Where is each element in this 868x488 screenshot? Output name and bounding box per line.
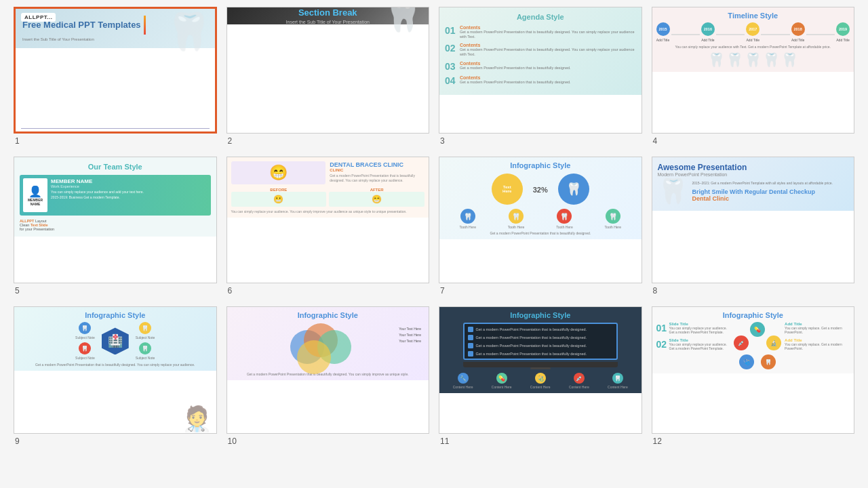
dot-3: 🦷 Subject Note <box>136 322 155 340</box>
venn-desc: Get a modern PowerPoint Presentation tha… <box>231 372 425 376</box>
venn-labels: Your Text Here Your Text Here Your Text … <box>399 327 421 343</box>
slide-number-1: 1 <box>14 136 20 146</box>
timeline-line <box>671 34 700 35</box>
slide-item-12: Infographic Style 01 Slide Title You can… <box>652 306 855 445</box>
dot-4: 🦷 Subject Note <box>136 342 155 360</box>
check-icon-3 <box>468 343 473 348</box>
step-01: 01 Slide Title You can simply replace yo… <box>656 322 731 334</box>
monitor-stand-top <box>463 362 618 367</box>
bottom-icon-3: 🩺 Content Here <box>530 373 551 389</box>
slide-number-10: 10 <box>226 436 237 446</box>
icon-item-2: 🦷 Tooth Here <box>508 209 524 229</box>
monitor-display: Get a modern PowerPoint Presentation tha… <box>463 323 618 360</box>
agenda-item-1: 01 ContentsGet a modern PowerPoint Prese… <box>445 25 636 39</box>
team-title: Our Team Style <box>20 163 211 171</box>
year-2016: 2016 Add Title <box>701 22 715 42</box>
slide-thumbnail-11[interactable]: Infographic Style Get a modern PowerPoin… <box>439 306 642 433</box>
infographic-title-7: Infographic Style <box>443 161 637 169</box>
year-2017: 2017 Add Title <box>746 22 760 42</box>
tooth-icon: 🦷 <box>384 7 422 34</box>
dot-1: 🦷 Subject Note <box>75 322 95 340</box>
slide-item-5: Our Team Style 👤 MEMBER NAME MEMBER NAME… <box>14 157 217 296</box>
cycle-content: 01 Slide Title You can simply replace yo… <box>656 322 850 369</box>
infographic-title-12: Infographic Style <box>656 311 850 319</box>
member-avatar: 👤 MEMBER NAME <box>23 178 47 212</box>
slide-number-4: 4 <box>652 136 658 146</box>
agenda-item-4: 04 ContentsGet a modern PowerPoint Prese… <box>445 75 636 86</box>
timeline-line-3 <box>761 34 789 35</box>
slide-thumbnail-3[interactable]: Agenda Style 01 ContentsGet a modern Pow… <box>439 7 642 134</box>
dental-clinic-label: Dental Clinic <box>692 195 849 202</box>
before-section: BEFORE 😬 <box>231 188 327 207</box>
infographic-center: TextHere 32% 🦷 <box>443 174 637 205</box>
check-text-3: Get a modern PowerPoint Presentation tha… <box>476 344 587 348</box>
pentagon-left: 💉 <box>734 336 749 350</box>
slide-thumbnail-1[interactable]: ALLPPT... 🦷 Free Medical PPT Templates I… <box>14 7 217 134</box>
slide-thumbnail-10[interactable]: Infographic Style Your Text Here Your Te… <box>226 306 430 433</box>
color-bar <box>144 16 146 35</box>
member-name: MEMBER NAME <box>51 178 208 184</box>
slide-item-2: 🦷 Section Break Insert the Sub Title of … <box>226 7 430 146</box>
awesome-title: Awesome Presentation <box>658 163 849 172</box>
braces-bottom: You can simply replace your audience. Yo… <box>231 209 425 214</box>
doctor-figure: 🧑‍⚕️ <box>182 405 212 433</box>
check-text-2: Get a modern PowerPoint Presentation tha… <box>476 336 587 340</box>
slide-number-3: 3 <box>439 136 445 146</box>
icon-item-3: 🦷 Tooth Here <box>556 209 572 229</box>
slide-thumbnail-9[interactable]: Infographic Style 🦷 Subject Note 🦷 Subje… <box>14 306 217 433</box>
year-2019: 2019 Add Title <box>836 22 850 42</box>
bottom-line <box>21 128 210 129</box>
venn-diagram <box>287 323 368 371</box>
cycle-steps-left: 01 Slide Title You can simply replace yo… <box>656 322 731 369</box>
slide-item-10: Infographic Style Your Text Here Your Te… <box>226 306 430 445</box>
slide-thumbnail-5[interactable]: Our Team Style 👤 MEMBER NAME MEMBER NAME… <box>14 157 217 283</box>
pentagon-bottom-left: 🩺 <box>739 354 754 369</box>
check-icon-1 <box>468 327 473 332</box>
slide-thumbnail-8[interactable]: Awesome Presentation Modern PowerPoint P… <box>652 157 855 283</box>
bottom-icon-2: 💊 Content Here <box>492 373 512 389</box>
before-image: 😬 <box>231 192 327 207</box>
slide-thumbnail-6[interactable]: 😁 DENTAL BRACES CLINIC CLINIC Get a mode… <box>226 157 430 283</box>
slide-thumbnail-7[interactable]: Infographic Style TextHere 32% 🦷 🦷 <box>439 157 642 283</box>
dental-content: 🦷 2015–2021: Get a modern PowerPoint Tem… <box>658 177 849 205</box>
slide-number-11: 11 <box>439 436 449 446</box>
exp-text: You can simply replace your audience and… <box>51 190 208 194</box>
year-2015: 2015 Add Title <box>656 22 670 42</box>
slide-thumbnail-2[interactable]: 🦷 Section Break Insert the Sub Title of … <box>226 7 430 134</box>
slide-item-11: Infographic Style Get a modern PowerPoin… <box>439 306 642 445</box>
braces-image: 😁 <box>231 161 326 184</box>
timeline-line-4 <box>806 34 835 35</box>
pentagon-right: 🔬 <box>766 336 781 350</box>
cycle-steps-right: Add Title You can simply replace. Get a … <box>785 322 850 369</box>
pentagon-top: 💊 <box>750 322 765 337</box>
allppt-bottom: ALLPPT Layout Clean Text Slide for your … <box>20 219 211 231</box>
tooth-icon-circle: 🦷 <box>558 174 589 205</box>
slide-item-4: Timeline Style 2015 Add Title 2016 Add T… <box>652 7 855 146</box>
slide-number-5: 5 <box>14 286 20 296</box>
slide-thumbnail-12[interactable]: Infographic Style 01 Slide Title You can… <box>652 306 855 433</box>
slide-item-3: Agenda Style 01 ContentsGet a modern Pow… <box>439 7 642 146</box>
slide-number-6: 6 <box>226 286 233 296</box>
checklist-row-3: Get a modern PowerPoint Presentation tha… <box>468 343 613 348</box>
bottom-icon-4: 💉 Content Here <box>569 373 589 389</box>
bottom-icons-row: 🔧 Content Here 💊 Content Here 🩺 Content … <box>443 373 637 389</box>
checklist-row-2: Get a modern PowerPoint Presentation tha… <box>468 335 613 340</box>
slide-item-6: 😁 DENTAL BRACES CLINIC CLINIC Get a mode… <box>226 157 430 296</box>
braces-title-area: DENTAL BRACES CLINIC CLINIC Get a modern… <box>330 161 425 184</box>
slide-number-9: 9 <box>14 436 20 446</box>
clinic-sub: CLINIC <box>330 168 425 172</box>
dental-title: DENTAL BRACES CLINIC <box>330 161 425 168</box>
slide-number-12: 12 <box>652 436 662 446</box>
slide-thumbnail-4[interactable]: Timeline Style 2015 Add Title 2016 Add T… <box>652 7 855 134</box>
slide-item-1: ALLPPT... 🦷 Free Medical PPT Templates I… <box>14 7 217 146</box>
slide-number-8: 8 <box>652 286 658 296</box>
pentagon-bottom-right: 🦷 <box>761 354 776 369</box>
after-image: 😁 <box>329 192 425 207</box>
allppt-badge: ALLPPT... <box>21 13 56 22</box>
icon-item-4: 🦷 Tooth Here <box>605 209 621 229</box>
bottom-icon-1: 🔧 Content Here <box>453 373 473 389</box>
monitor-stand-base <box>443 367 637 369</box>
timeline-title: Timeline Style <box>656 12 850 20</box>
right-dots: 🦷 Subject Note 🦷 Subject Note <box>136 322 155 360</box>
checklist-row-4: Get a modern PowerPoint Presentation tha… <box>468 351 613 357</box>
